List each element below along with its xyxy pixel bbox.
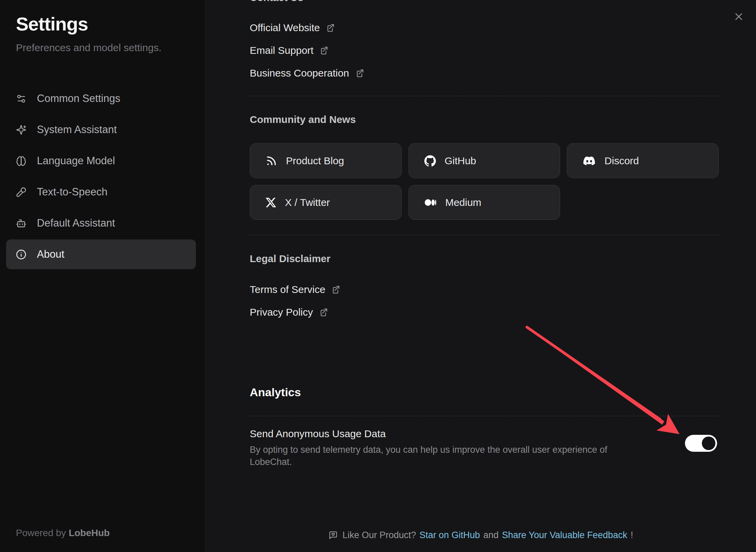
brain-icon	[16, 156, 26, 166]
footer: Like Our Product? Star on GitHub and Sha…	[206, 528, 756, 542]
rss-icon	[266, 155, 277, 167]
button-label: Medium	[445, 197, 482, 208]
sidebar-item-about[interactable]: About	[6, 239, 196, 269]
telemetry-setting-description: By opting to send telemetry data, you ca…	[250, 444, 649, 468]
x-twitter-icon	[266, 197, 276, 208]
star-on-github-link[interactable]: Star on GitHub	[420, 530, 480, 540]
medium-button[interactable]: Medium	[408, 185, 560, 220]
external-link-icon	[319, 46, 328, 55]
button-label: X / Twitter	[285, 197, 330, 208]
share-feedback-link[interactable]: Share Your Valuable Feedback	[502, 530, 627, 540]
toggle-knob	[702, 437, 715, 450]
sidebar-item-system-assistant[interactable]: System Assistant	[6, 115, 196, 145]
footer-suffix: !	[631, 530, 633, 540]
external-link-icon	[319, 308, 328, 317]
about-settings-panel: Contact Us Official Website Email Suppor…	[206, 0, 756, 552]
powered-by-prefix: Powered by	[16, 528, 66, 538]
sidebar-item-label: About	[37, 248, 64, 260]
sparkles-icon	[16, 125, 26, 135]
powered-by: Powered byLobeHub	[16, 528, 110, 538]
analytics-heading: Analytics	[250, 385, 719, 399]
powered-by-brand[interactable]: LobeHub	[69, 528, 110, 538]
medium-icon	[424, 197, 437, 208]
link-label: Official Website	[250, 22, 320, 34]
sidebar-item-label: Common Settings	[37, 92, 120, 105]
link-label: Privacy Policy	[250, 306, 313, 318]
github-button[interactable]: GitHub	[408, 143, 560, 178]
discord-button[interactable]: Discord	[567, 143, 719, 178]
divider	[250, 235, 719, 235]
discord-icon	[583, 155, 596, 167]
button-label: GitHub	[445, 155, 476, 167]
info-icon	[16, 249, 26, 260]
external-link-icon	[331, 285, 340, 294]
message-square-heart-icon	[329, 531, 338, 540]
sidebar-item-common-settings[interactable]: Common Settings	[6, 84, 196, 113]
button-label: Discord	[604, 155, 639, 167]
business-cooperation-link[interactable]: Business Cooperation	[250, 66, 719, 81]
mic-icon	[16, 187, 26, 197]
sidebar-item-label: Default Assistant	[37, 217, 115, 229]
bot-icon	[16, 218, 26, 229]
telemetry-setting-label: Send Anonymous Usage Data	[250, 427, 719, 440]
email-support-link[interactable]: Email Support	[250, 43, 719, 58]
settings-sidebar: Settings Preferences and model settings.…	[0, 0, 205, 552]
footer-conjunction: and	[483, 530, 498, 540]
contact-us-heading: Contact Us	[250, 0, 719, 4]
link-label: Business Cooperation	[250, 67, 349, 79]
link-label: Email Support	[250, 45, 313, 56]
divider	[250, 96, 719, 96]
legal-links: Terms of Service Privacy Policy	[250, 282, 719, 327]
terms-of-service-link[interactable]: Terms of Service	[250, 282, 719, 297]
github-icon	[424, 155, 436, 167]
page-subtitle: Preferences and model settings.	[16, 42, 161, 54]
community-buttons: Product Blog GitHub Discord X / Twitter …	[250, 143, 719, 220]
external-link-icon	[355, 69, 364, 78]
link-label: Terms of Service	[250, 284, 325, 295]
sidebar-item-default-assistant[interactable]: Default Assistant	[6, 208, 196, 238]
sidebar-item-label: Text-to-Speech	[37, 186, 108, 198]
contact-links: Official Website Email Support Business …	[250, 20, 719, 88]
official-website-link[interactable]: Official Website	[250, 20, 719, 35]
footer-prefix: Like Our Product?	[342, 530, 416, 540]
close-icon[interactable]	[733, 11, 744, 22]
page-title: Settings	[16, 13, 88, 35]
sidebar-item-text-to-speech[interactable]: Text-to-Speech	[6, 177, 196, 207]
external-link-icon	[326, 23, 335, 33]
button-label: Product Blog	[286, 155, 344, 167]
legal-heading: Legal Disclaimer	[250, 253, 719, 265]
sidebar-item-language-model[interactable]: Language Model	[6, 146, 196, 176]
sidebar-nav: Common Settings System Assistant Languag…	[6, 84, 196, 271]
sidebar-item-label: System Assistant	[37, 124, 117, 136]
community-heading: Community and News	[250, 113, 719, 126]
product-blog-button[interactable]: Product Blog	[250, 143, 402, 178]
privacy-policy-link[interactable]: Privacy Policy	[250, 305, 719, 320]
sliders-icon	[16, 93, 26, 104]
divider	[250, 416, 719, 416]
sidebar-item-label: Language Model	[37, 155, 115, 167]
x-twitter-button[interactable]: X / Twitter	[250, 185, 402, 220]
telemetry-toggle[interactable]	[685, 435, 717, 452]
